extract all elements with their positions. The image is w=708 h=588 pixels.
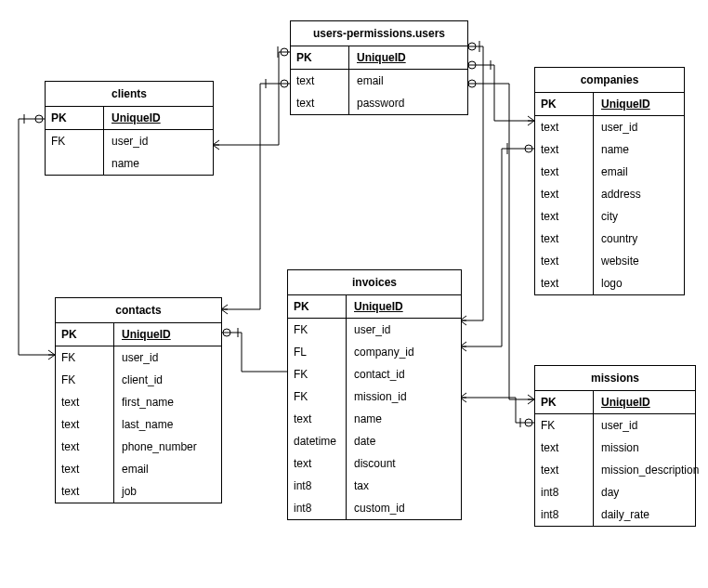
entity-header: PK UniqueID <box>291 46 467 70</box>
entity-header: PK UniqueID <box>56 323 221 346</box>
header-name: UniqueID <box>349 46 467 69</box>
header-key: PK <box>291 46 349 69</box>
entity-row: FLcompany_id <box>288 341 461 363</box>
entity-header: PK UniqueID <box>535 391 695 414</box>
header-name: UniqueID <box>104 107 213 129</box>
entity-row: textlogo <box>535 272 684 294</box>
entity-row: textfirst_name <box>56 391 221 413</box>
entity-row: FKuser_id <box>46 130 213 152</box>
svg-point-8 <box>468 61 476 69</box>
entity-header: PK UniqueID <box>535 93 684 116</box>
entity-title: contacts <box>56 298 221 323</box>
entity-row: textjob <box>56 480 221 503</box>
header-key: PK <box>288 295 347 318</box>
header-name: UniqueID <box>347 295 461 318</box>
entity-row: textemail <box>535 161 684 183</box>
entity-title: missions <box>535 366 695 391</box>
svg-point-6 <box>525 145 532 152</box>
header-key: PK <box>535 391 594 413</box>
header-key: PK <box>56 323 114 346</box>
svg-point-2 <box>35 115 43 123</box>
svg-point-14 <box>525 419 532 426</box>
svg-point-12 <box>281 80 288 87</box>
entity-row: int8custom_id <box>288 497 461 519</box>
header-name: UniqueID <box>114 323 221 346</box>
entity-header: PK UniqueID <box>288 295 461 319</box>
entity-invoices: invoices PK UniqueID FKuser_id FLcompany… <box>287 269 462 520</box>
entity-row: FKmission_id <box>288 385 461 408</box>
entity-row: textname <box>288 408 461 430</box>
entity-title: clients <box>46 82 213 107</box>
svg-point-16 <box>468 80 476 87</box>
entity-row: textpassword <box>291 92 467 114</box>
svg-point-10 <box>223 329 230 336</box>
entity-row: datetimedate <box>288 430 461 452</box>
entity-row: int8daily_rate <box>535 503 695 526</box>
entity-row: textname <box>535 138 684 161</box>
entity-row: textmission_description <box>535 459 695 481</box>
entity-companies: companies PK UniqueID textuser_id textna… <box>534 67 685 295</box>
entity-users: users-permissions.users PK UniqueID text… <box>290 20 468 115</box>
entity-header: PK UniqueID <box>46 107 213 130</box>
entity-row: textlast_name <box>56 413 221 436</box>
entity-row: name <box>46 152 213 175</box>
entity-row: textwebsite <box>535 250 684 272</box>
header-name: UniqueID <box>594 391 695 413</box>
entity-row: FKuser_id <box>535 414 695 437</box>
svg-point-4 <box>468 43 476 50</box>
entity-title: invoices <box>288 270 461 295</box>
entity-row: textuser_id <box>535 116 684 138</box>
header-name: UniqueID <box>594 93 684 115</box>
entity-title: users-permissions.users <box>291 21 467 46</box>
entity-missions: missions PK UniqueID FKuser_id textmissi… <box>534 365 696 527</box>
entity-row: textdiscount <box>288 452 461 475</box>
entity-row: FKcontact_id <box>288 363 461 385</box>
entity-row: FKclient_id <box>56 369 221 391</box>
svg-point-0 <box>281 48 288 56</box>
entity-row: textcountry <box>535 228 684 250</box>
entity-row: int8day <box>535 481 695 503</box>
entity-row: textemail <box>291 70 467 92</box>
header-key: PK <box>46 107 104 129</box>
entity-clients: clients PK UniqueID FKuser_id name <box>45 81 214 176</box>
entity-row: textemail <box>56 458 221 480</box>
entity-row: FKuser_id <box>56 346 221 369</box>
entity-row: FKuser_id <box>288 319 461 341</box>
entity-row: textphone_number <box>56 436 221 458</box>
entity-contacts: contacts PK UniqueID FKuser_id FKclient_… <box>55 297 222 503</box>
header-key: PK <box>535 93 594 115</box>
entity-row: textcity <box>535 205 684 228</box>
entity-title: companies <box>535 68 684 93</box>
entity-row: int8tax <box>288 475 461 497</box>
entity-row: textmission <box>535 437 695 459</box>
entity-row: textaddress <box>535 183 684 205</box>
